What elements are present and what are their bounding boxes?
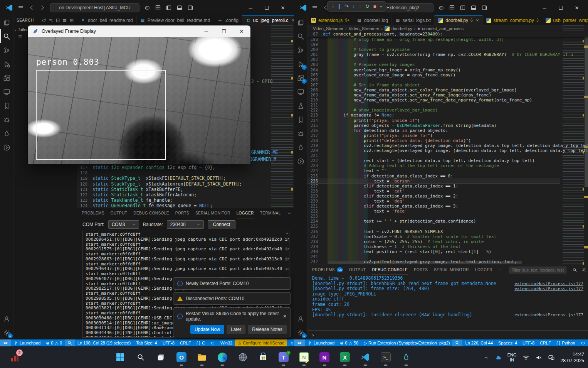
activity-item-play-circle[interactable] <box>0 140 13 154</box>
indentation[interactable]: Spaces: 4 <box>496 339 520 346</box>
panel-tab-DEBUG CONSOLE[interactable]: DEBUG CONSOLE <box>133 208 169 218</box>
notification-button[interactable]: Release Notes <box>248 325 287 334</box>
toggle-secondary-sidebar-icon[interactable] <box>481 5 487 11</box>
step-over-icon[interactable]: ↷ <box>344 3 349 9</box>
panel-tab-OUTPUT[interactable]: OUTPUT <box>349 265 366 275</box>
language-mode[interactable]: { }C <box>194 339 208 346</box>
tray-chevron-up-icon[interactable] <box>484 354 489 361</box>
open-in-editor-icon[interactable] <box>55 18 60 23</box>
activity-item-source-control[interactable] <box>0 43 13 57</box>
tk-titlebar[interactable]: Overlayed Frame Display ─ ☐ ✕ <box>28 25 250 37</box>
activity-item-search[interactable] <box>0 29 13 43</box>
eol[interactable]: CRLF <box>177 339 194 346</box>
tab-doorbell.log[interactable]: ▤doorbell.log <box>353 15 392 25</box>
breadcrumb-item[interactable]: Video_Streamer <box>349 26 379 31</box>
onedrive-icon[interactable] <box>495 354 502 361</box>
restart-icon[interactable]: ↻ <box>365 3 370 9</box>
console-source-link[interactable]: extensionHostProcess.js:177 <box>514 281 583 287</box>
tk-maximize-button[interactable]: ☐ <box>215 25 233 37</box>
taskbar-icon-onenote[interactable]: N <box>316 348 333 366</box>
toggle-sidebar-icon[interactable] <box>460 5 466 11</box>
maximize-button[interactable]: ☐ <box>259 0 275 15</box>
back-icon[interactable] <box>29 5 35 11</box>
activity-item-bookmark[interactable] <box>0 99 13 113</box>
command-center-search[interactable]: on Development Host] AStra_MCU <box>50 3 139 12</box>
debug-console-output[interactable]: Done, time = 0.014898061752319336[doorbe… <box>307 275 588 330</box>
notification-close-icon[interactable]: ✕ <box>283 314 287 319</box>
encoding[interactable]: UTF-8 <box>520 339 537 346</box>
console-source-link[interactable]: extensionHostProcess.js:177 <box>514 286 583 292</box>
language-indicator[interactable]: ENGIN <box>507 353 517 363</box>
launchpad-item[interactable]: Launchpad <box>305 339 337 346</box>
panel-tab-LOGGER[interactable]: LOGGER <box>237 208 254 218</box>
copilot-status-icon[interactable] <box>208 339 218 346</box>
panel-tab-PROBLEMS[interactable]: PROBLEMS <box>82 208 104 218</box>
toggle-secondary-sidebar-icon[interactable] <box>187 5 193 11</box>
activity-item-bookmark[interactable] <box>294 113 307 127</box>
customize-layout-icon[interactable] <box>449 5 455 11</box>
taskbar-icon-notepad-plus-plus[interactable]: N <box>296 348 312 366</box>
panel-tab-SERIAL MONITOR[interactable]: SERIAL MONITOR <box>434 265 469 275</box>
panel-more-icon[interactable]: ⋯ <box>499 265 502 275</box>
menu-icon[interactable] <box>312 5 318 11</box>
remote-indicator[interactable]: >< <box>294 339 305 346</box>
eol[interactable]: CRLF <box>537 339 554 346</box>
activity-item-source-control[interactable] <box>294 43 307 57</box>
continue-icon[interactable]: ∥ <box>338 3 341 9</box>
search-status-icon[interactable] <box>452 339 462 346</box>
taskbar-icon-edge[interactable] <box>214 348 231 366</box>
cursor-position[interactable]: Ln 108, Col 28 (19 selected) <box>75 339 133 346</box>
volume-muted-icon[interactable] <box>535 354 542 361</box>
forward-icon[interactable] <box>39 5 45 11</box>
activity-item-files[interactable] <box>0 15 13 29</box>
activity-item-extensions[interactable] <box>0 71 13 85</box>
encoding[interactable]: UTF-8 <box>160 339 177 346</box>
toggle-panel-icon[interactable] <box>176 5 183 11</box>
collapse-all-icon[interactable] <box>69 18 74 23</box>
copilot-icon[interactable] <box>438 5 444 11</box>
close-tab-icon[interactable]: × <box>476 18 479 23</box>
run-extension-item[interactable]: ▷Run Extension (Synaptics-Extension_pkg2… <box>361 339 452 346</box>
activity-item-run-debug[interactable] <box>0 57 13 71</box>
taskbar-icon-excel[interactable]: X <box>336 348 353 366</box>
notification-button[interactable]: Later <box>227 325 245 334</box>
minimize-button[interactable]: ─ <box>242 0 259 15</box>
panel-tab-PORTS[interactable]: PORTS <box>175 208 189 218</box>
activity-item-play-circle[interactable] <box>294 154 307 168</box>
step-out-icon[interactable]: ↑ <box>359 3 361 9</box>
tab-extension.js[interactable]: JSextension.js9+ <box>307 15 353 25</box>
horizontal-scrollbar[interactable] <box>328 261 522 264</box>
search-result-fragment[interactable]: failed <box>18 27 29 32</box>
menu-icon[interactable] <box>18 5 24 11</box>
panel-tab-PORTS[interactable]: PORTS <box>414 265 428 275</box>
panel-tab-OUTPUT[interactable]: OUTPUT <box>111 208 128 218</box>
activity-item-files[interactable] <box>294 15 307 29</box>
close-button[interactable]: ✕ <box>569 0 585 15</box>
tk-close-button[interactable]: ✕ <box>233 25 250 37</box>
activity-item-settings[interactable]: 1 <box>0 326 13 339</box>
notification-button[interactable]: Update Now <box>190 325 224 334</box>
taskbar-icon-vscode[interactable] <box>357 348 374 366</box>
launchpad-item[interactable]: Launchpad <box>11 339 43 346</box>
configure-intellisense-chip[interactable]: ⚠Configure IntelliSense <box>235 339 287 346</box>
problems-item[interactable]: ⊗0△56 <box>337 339 361 346</box>
breadcrumb-item[interactable]: connect_and_process <box>422 26 464 31</box>
clear-results-icon[interactable] <box>49 18 53 23</box>
cast-screen-icon[interactable] <box>548 354 555 361</box>
activity-item-bug-filter[interactable] <box>294 127 307 140</box>
breadcrumb-item[interactable]: doorbell.py <box>391 26 412 31</box>
language-mode[interactable]: { }Python <box>554 339 578 346</box>
taskbar-icon-droplet-tool[interactable] <box>398 348 415 366</box>
step-into-icon[interactable]: ↓ <box>353 3 355 9</box>
taskbar-icon-file-explorer[interactable] <box>193 348 210 366</box>
tk-minimize-button[interactable]: ─ <box>197 25 215 37</box>
tab-doorbell.py[interactable]: doorbell.py6× <box>435 15 482 25</box>
refresh-icon[interactable] <box>42 18 46 23</box>
vertical-scrollbar[interactable] <box>585 32 588 187</box>
view-as-list-icon[interactable] <box>62 18 67 23</box>
taskbar-icon-start[interactable] <box>112 348 129 366</box>
bell-icon[interactable] <box>287 339 294 346</box>
activity-item-remote-explorer[interactable] <box>294 85 307 99</box>
tab-size[interactable]: Tab Size: 4 <box>133 339 160 346</box>
panel-tab-TERMINAL[interactable]: TERMINAL <box>260 208 281 218</box>
